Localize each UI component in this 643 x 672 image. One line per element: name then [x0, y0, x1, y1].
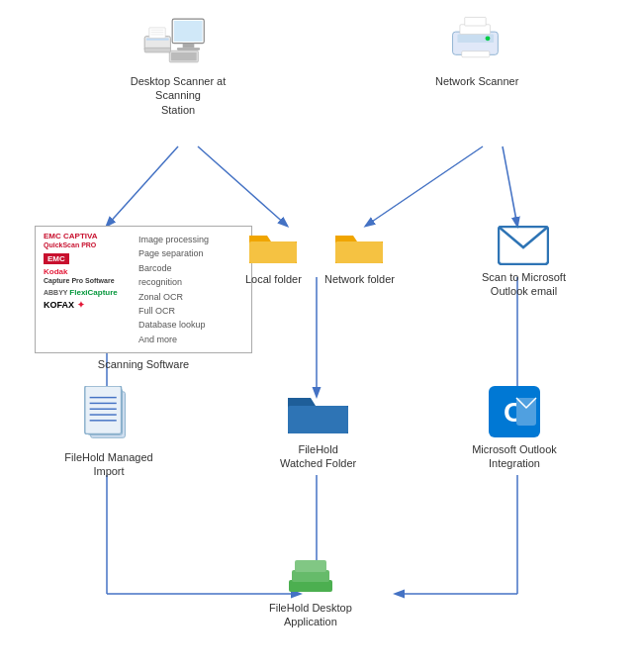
- local-folder-icon: [247, 226, 299, 267]
- outlook-icon: O: [489, 386, 540, 437]
- network-folder-node: Network folder: [324, 226, 395, 286]
- svg-rect-19: [146, 38, 169, 40]
- svg-line-0: [107, 146, 178, 226]
- network-scanner-node: Network Scanner: [435, 15, 518, 88]
- svg-rect-21: [149, 28, 165, 38]
- brand-kodak: KodakCapture Pro Software: [44, 267, 133, 285]
- svg-rect-42: [288, 406, 348, 433]
- svg-point-29: [486, 36, 491, 41]
- desktop-scanner-icon: [143, 15, 213, 69]
- brand-kofax: KOFAX ✦: [44, 300, 133, 310]
- svg-rect-14: [183, 44, 195, 48]
- scan-email-node: Scan to Microsoft Outlook email: [482, 226, 566, 299]
- feature-5: Zonal OCR: [138, 290, 209, 304]
- diagram: Desktop Scanner at Scanning Station Netw…: [0, 0, 643, 672]
- managed-import-node: FileHold Managed Import: [59, 386, 158, 479]
- svg-rect-13: [174, 21, 203, 42]
- svg-rect-36: [85, 386, 122, 433]
- feature-6: Full OCR: [138, 304, 209, 318]
- brands-column: EMC CAPTIVAQuickScan PRO EMC KodakCaptur…: [44, 233, 133, 346]
- scanning-software-label: Scanning Software: [98, 357, 189, 371]
- network-scanner-icon: [442, 15, 511, 69]
- svg-rect-20: [144, 48, 170, 52]
- features-column: Image processing Page separation Barcode…: [138, 233, 209, 346]
- svg-rect-28: [462, 51, 490, 57]
- feature-4: recognition: [138, 275, 209, 289]
- local-folder-node: Local folder: [245, 226, 302, 286]
- email-icon: [498, 226, 549, 265]
- desktop-scanner-label: Desktop Scanner at Scanning Station: [119, 74, 237, 117]
- svg-rect-45: [516, 398, 536, 426]
- svg-line-1: [198, 146, 287, 226]
- svg-rect-30: [465, 17, 486, 26]
- network-folder-label: Network folder: [324, 272, 395, 286]
- feature-7: Database lookup: [138, 318, 209, 332]
- brand-emc-captiva: EMC CAPTIVAQuickScan PRO: [44, 233, 133, 250]
- watched-folder-icon: [286, 386, 350, 437]
- outlook-integration-node: O Microsoft Outlook Integration: [460, 386, 569, 471]
- scanning-software-box: EMC CAPTIVAQuickScan PRO EMC KodakCaptur…: [25, 226, 262, 371]
- svg-rect-17: [171, 52, 197, 60]
- filehold-desktop-icon: [285, 554, 336, 596]
- filehold-desktop-label: FileHold Desktop Application: [269, 601, 352, 629]
- desktop-scanner-node: Desktop Scanner at Scanning Station: [119, 15, 237, 117]
- filehold-desktop-node: FileHold Desktop Application: [269, 554, 352, 629]
- network-folder-icon: [333, 226, 385, 267]
- feature-1: Image processing: [138, 233, 209, 246]
- feature-8: And more: [138, 333, 209, 346]
- brand-emc-badge: EMC: [44, 253, 69, 264]
- svg-line-2: [366, 146, 483, 226]
- svg-rect-48: [295, 560, 326, 572]
- svg-line-3: [503, 146, 517, 226]
- watched-folder-label: FileHold Watched Folder: [280, 442, 356, 471]
- watched-folder-node: FileHold Watched Folder: [280, 386, 356, 471]
- managed-import-label: FileHold Managed Import: [59, 450, 158, 479]
- feature-3: Barcode: [138, 261, 209, 275]
- scan-email-label: Scan to Microsoft Outlook email: [482, 270, 566, 299]
- svg-rect-31: [249, 241, 297, 263]
- svg-rect-15: [177, 48, 200, 49]
- svg-rect-32: [335, 241, 383, 263]
- brand-flexi: ABBYY FlexiCapture: [44, 288, 133, 297]
- local-folder-label: Local folder: [245, 272, 302, 286]
- feature-2: Page separation: [138, 246, 209, 260]
- managed-import-icon: [84, 386, 134, 445]
- outlook-integration-label: Microsoft Outlook Integration: [460, 442, 569, 471]
- network-scanner-label: Network Scanner: [435, 74, 518, 88]
